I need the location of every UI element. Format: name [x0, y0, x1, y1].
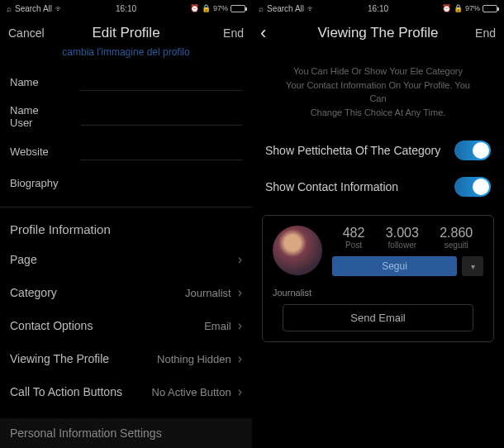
personal-info-settings[interactable]: Personal Information Settings: [0, 418, 252, 448]
toggle-contact-label: Show Contact Information: [265, 180, 454, 193]
row-contact-label: Contact Options: [10, 319, 204, 332]
name-label: Name: [10, 76, 72, 88]
row-cta-value: No Active Button: [152, 386, 231, 398]
chevron-right-icon: ›: [238, 318, 242, 333]
nav-bar-left: Cancel Edit Profile End: [0, 17, 252, 50]
toggle-category[interactable]: [454, 141, 491, 160]
stat-posts: 482 Post: [343, 226, 365, 250]
page-title-left: Edit Profile: [92, 25, 159, 41]
row-viewing-label: Viewing The Profile: [10, 352, 157, 365]
row-category[interactable]: Category Journalist ›: [0, 276, 252, 309]
username-label: Name User: [10, 104, 72, 129]
avatar: [273, 226, 322, 275]
status-bar-left: ⌕ Search All ᯤ 16:10 ⏰ 🔒 97%: [0, 0, 252, 17]
alarm-icon: ⏰: [190, 4, 199, 12]
lock-icon: 🔒: [202, 4, 211, 12]
page-title-right: Viewing The Profile: [318, 25, 439, 41]
battery-icon: [231, 5, 245, 12]
username-row: Name User: [0, 98, 252, 136]
stat-followers: 3.003 follower: [386, 226, 419, 250]
status-time-right: 16:10: [368, 4, 388, 13]
biography-input[interactable]: [80, 174, 242, 192]
wifi-icon: ᯤ: [307, 4, 316, 13]
battery-pct-right: 97%: [465, 4, 480, 12]
follow-dropdown[interactable]: ▾: [462, 256, 483, 276]
row-cta[interactable]: Call To Action Buttons No Active Button …: [0, 375, 252, 408]
stat-following: 2.860 seguiti: [440, 226, 473, 250]
toggle-contact[interactable]: [454, 177, 491, 197]
info-description: You Can Hide Or Show Your Ele Category Y…: [252, 50, 504, 132]
chevron-right-icon: ›: [238, 384, 242, 399]
battery-pct-left: 97%: [213, 4, 228, 12]
battery-icon: [483, 5, 497, 12]
end-button-left[interactable]: End: [223, 26, 244, 40]
name-input[interactable]: [80, 73, 242, 91]
website-input[interactable]: [80, 142, 242, 160]
profile-stats: 482 Post 3.003 follower 2.860 seguiti: [332, 226, 483, 250]
send-email-button[interactable]: Send Email: [283, 304, 473, 331]
row-viewing[interactable]: Viewing The Profile Nothing Hidden ›: [0, 342, 252, 375]
row-viewing-value: Nothing Hidden: [157, 353, 231, 365]
section-profile-info: Profile Information: [0, 216, 252, 243]
row-category-label: Category: [10, 286, 185, 299]
website-label: Website: [10, 145, 72, 158]
biography-label: Biography: [10, 177, 72, 189]
wifi-icon: ᯤ: [55, 4, 64, 13]
lock-icon: 🔒: [454, 4, 463, 12]
row-category-value: Journalist: [185, 287, 231, 299]
nav-bar-right: ‹ Viewing The Profile End: [252, 17, 504, 50]
divider: [0, 207, 252, 207]
cancel-button[interactable]: Cancel: [8, 26, 45, 40]
toggle-category-label: Show Pettichetta Of The Category: [265, 144, 454, 157]
chevron-right-icon: ›: [238, 252, 242, 267]
row-page-label: Page: [10, 253, 238, 266]
row-contact-value: Email: [204, 320, 231, 332]
biography-row: Biography: [0, 167, 252, 198]
alarm-icon: ⏰: [442, 4, 451, 12]
toggle-contact-row: Show Contact Information: [252, 169, 504, 205]
status-bar-right: ⌕ Search All ᯤ 16:10 ⏰ 🔒 97%: [252, 0, 504, 17]
end-button-right[interactable]: End: [475, 26, 496, 40]
profile-role: Journalist: [273, 288, 483, 298]
toggle-category-row: Show Pettichetta Of The Category: [252, 132, 504, 169]
back-button[interactable]: ‹: [260, 22, 266, 44]
status-search: Search All: [15, 4, 52, 13]
status-time-left: 16:10: [116, 4, 136, 13]
row-page[interactable]: Page ›: [0, 243, 252, 276]
search-icon: ⌕: [7, 4, 12, 13]
username-input[interactable]: [80, 107, 242, 126]
profile-preview-card: 482 Post 3.003 follower 2.860 seguiti Se…: [262, 215, 494, 342]
chevron-right-icon: ›: [238, 351, 242, 366]
website-row: Website: [0, 136, 252, 167]
name-row: Name: [0, 66, 252, 98]
row-contact[interactable]: Contact Options Email ›: [0, 309, 252, 342]
search-icon: ⌕: [259, 4, 264, 13]
chevron-right-icon: ›: [238, 285, 242, 300]
follow-button[interactable]: Segui: [332, 256, 457, 276]
row-cta-label: Call To Action Buttons: [10, 385, 152, 398]
status-search-r: Search All: [267, 4, 304, 13]
